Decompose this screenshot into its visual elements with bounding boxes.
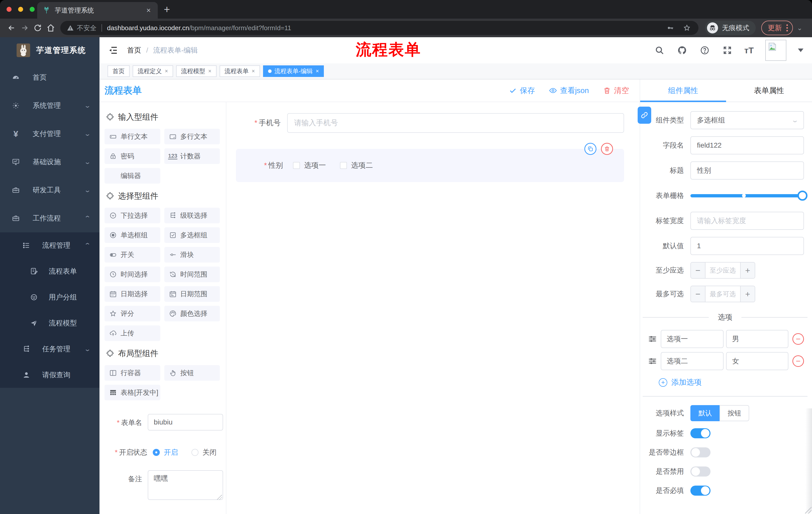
form-canvas[interactable]: *手机号 请输入手机号 *性别 选项一 选项二	[226, 102, 640, 514]
new-tab-button[interactable]: +	[164, 3, 170, 16]
palette-item-button[interactable]: 按钮	[164, 365, 220, 381]
palette-item-date-picker[interactable]: 日期选择	[105, 286, 160, 302]
field-name-input[interactable]	[690, 136, 804, 154]
increase-button[interactable]: +	[740, 286, 755, 302]
browser-update-button[interactable]: 更新	[761, 21, 793, 35]
palette-item-date-range[interactable]: 日期范围	[164, 286, 220, 302]
sidebar-item-payment[interactable]: ¥ 支付管理 ⌄	[0, 120, 99, 148]
gender-option-1[interactable]: 选项一	[293, 160, 326, 170]
required-toggle[interactable]	[690, 486, 710, 496]
remove-option-button[interactable]: −	[792, 355, 804, 367]
palette-item-cascader[interactable]: 级联选择	[164, 208, 220, 223]
chevron-down-icon[interactable]: ⌄	[797, 24, 803, 32]
gender-option-2[interactable]: 选项二	[340, 160, 373, 170]
checkbox-icon[interactable]	[340, 162, 347, 169]
bookmark-star-icon[interactable]	[682, 23, 692, 33]
browser-menu-icon[interactable]	[786, 24, 788, 31]
sidebar-item-task-management[interactable]: 任务管理 ⌄	[0, 336, 99, 362]
option-label-input[interactable]	[661, 352, 724, 370]
show-label-toggle[interactable]	[690, 428, 710, 438]
title-input[interactable]	[690, 161, 804, 180]
tag-home[interactable]: 首页	[108, 65, 129, 77]
sidebar-item-dev-tools[interactable]: 研发工具 ⌄	[0, 176, 99, 204]
slider-handle[interactable]	[798, 191, 808, 201]
fullscreen-icon[interactable]	[722, 45, 733, 56]
password-key-icon[interactable]	[665, 23, 675, 33]
clear-button[interactable]: 清空	[603, 85, 629, 96]
palette-item-checkbox-group[interactable]: 多选框组	[164, 227, 220, 243]
increase-button[interactable]: +	[740, 263, 755, 278]
default-value-input[interactable]	[690, 237, 804, 255]
palette-item-table[interactable]: 表格[开发中]	[105, 385, 160, 400]
home-icon[interactable]	[44, 21, 57, 34]
palette-item-counter[interactable]: 123计数器	[164, 148, 220, 164]
form-grid-slider[interactable]	[690, 187, 807, 205]
tag-close-icon[interactable]: ×	[316, 68, 319, 75]
form-remark-textarea[interactable]: 嘿嘿	[148, 470, 223, 500]
sidebar-item-home[interactable]: 首页	[0, 63, 99, 91]
disabled-toggle[interactable]	[690, 466, 710, 477]
tab-form-props[interactable]: 表单属性	[726, 79, 812, 102]
decrease-button[interactable]: −	[691, 286, 705, 302]
add-option-button[interactable]: + 添加选项	[640, 377, 812, 387]
not-secure-warning-icon[interactable]	[67, 24, 74, 31]
palette-item-rate[interactable]: 评分	[105, 306, 160, 321]
maximize-window-button[interactable]	[30, 7, 35, 12]
stepper-placeholder[interactable]: 最多可选	[705, 286, 740, 302]
tab-close-icon[interactable]: ×	[145, 6, 152, 15]
remove-option-button[interactable]: −	[792, 333, 804, 345]
style-default-button[interactable]: 默认	[690, 405, 720, 421]
palette-item-single-text[interactable]: 单行文本	[105, 129, 160, 144]
help-icon[interactable]	[699, 45, 710, 56]
palette-item-row-container[interactable]: 行容器	[105, 365, 160, 381]
slider-track[interactable]	[690, 194, 807, 197]
font-size-icon[interactable]: ᴛT	[745, 46, 754, 55]
tag-process-form-edit[interactable]: 流程表单-编辑×	[263, 65, 324, 77]
component-type-select[interactable]: 多选框组 ⌄	[690, 111, 804, 129]
tag-process-form[interactable]: 流程表单×	[220, 65, 260, 77]
browser-tab[interactable]: 芋道管理系统 ×	[37, 2, 158, 19]
tag-process-model[interactable]: 流程模型×	[176, 65, 216, 77]
option-value-input[interactable]	[726, 352, 788, 370]
view-json-button[interactable]: 查看json	[549, 85, 589, 96]
back-icon[interactable]	[5, 21, 18, 34]
forward-icon[interactable]	[18, 21, 31, 34]
palette-item-color-picker[interactable]: 颜色选择	[164, 306, 220, 321]
resize-grip[interactable]	[805, 507, 812, 514]
palette-item-password[interactable]: 密码	[105, 148, 160, 164]
close-window-button[interactable]	[6, 7, 11, 12]
style-button-button[interactable]: 按钮	[720, 405, 749, 421]
palette-item-time-range[interactable]: 时间范围	[164, 267, 220, 282]
palette-item-multi-text[interactable]: 多行文本	[164, 129, 220, 144]
drag-handle-icon[interactable]	[648, 356, 657, 366]
sidebar-item-leave-query[interactable]: 请假查询	[0, 362, 99, 388]
reload-icon[interactable]	[31, 21, 44, 34]
sidebar-item-process-form[interactable]: 流程表单	[0, 258, 99, 284]
avatar[interactable]	[765, 40, 786, 61]
tag-close-icon[interactable]: ×	[208, 68, 211, 75]
canvas-field-phone[interactable]: *手机号 请输入手机号	[236, 113, 624, 133]
address-bar[interactable]: 不安全 dashboard.yudao.iocoder.cn /bpm/mana…	[60, 21, 698, 35]
sidebar-item-workflow[interactable]: 工作流程 ⌃	[0, 204, 99, 232]
caret-down-icon[interactable]	[798, 49, 804, 52]
sidebar-item-process-model[interactable]: 流程模型	[0, 310, 99, 336]
tag-process-definition[interactable]: 流程定义×	[133, 65, 173, 77]
palette-item-switch[interactable]: 开关	[105, 247, 160, 263]
stepper-placeholder[interactable]: 至少应选	[705, 263, 740, 278]
duplicate-component-button[interactable]	[584, 143, 597, 155]
with-border-toggle[interactable]	[690, 448, 710, 457]
palette-item-upload[interactable]: 上传	[105, 325, 160, 341]
sidebar-item-process-management[interactable]: 流程管理 ⌃	[0, 232, 99, 258]
checkbox-icon[interactable]	[293, 162, 300, 169]
option-label-input[interactable]	[661, 330, 724, 348]
palette-item-radio-group[interactable]: 单选框组	[105, 227, 160, 243]
tab-component-props[interactable]: 组件属性	[640, 79, 726, 102]
sidebar-item-system[interactable]: 系统管理 ⌄	[0, 91, 99, 120]
label-width-input[interactable]	[690, 212, 804, 230]
phone-input[interactable]: 请输入手机号	[287, 113, 624, 133]
sidebar-item-infrastructure[interactable]: 基础设施 ⌄	[0, 148, 99, 176]
github-icon[interactable]	[676, 45, 688, 56]
tag-close-icon[interactable]: ×	[252, 68, 255, 75]
minimize-window-button[interactable]	[18, 7, 23, 12]
sidebar-item-user-group[interactable]: 用户分组	[0, 284, 99, 310]
